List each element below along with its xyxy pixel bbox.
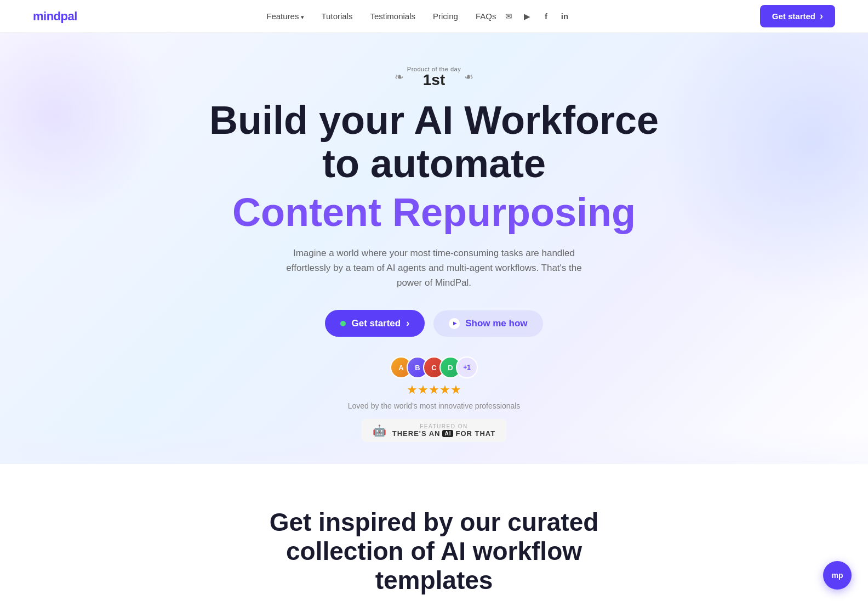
templates-section: Get inspired by our curated collection o… <box>0 464 868 606</box>
nav-item-testimonials[interactable]: Testimonials <box>370 12 415 21</box>
badge-rank: 1st <box>407 72 461 88</box>
nav-item-pricing[interactable]: Pricing <box>433 12 458 21</box>
nav-item-features[interactable]: Features <box>266 12 304 21</box>
featured-badge: 🤖 FEATURED ON THERE'S AN AI FOR THAT <box>362 419 506 442</box>
social-proof: A B C D +1 ★★★★★ Loved by the world's mo… <box>348 356 521 410</box>
social-icons: ✉ ▶ f in <box>502 10 570 22</box>
navbar: mindpal Features Tutorials Testimonials … <box>0 0 868 33</box>
ai-badge: AI <box>442 430 453 437</box>
dot-icon <box>340 321 346 326</box>
avatar-group: A B C D +1 <box>390 356 478 378</box>
linkedin-icon[interactable]: in <box>558 10 570 22</box>
featured-suffix: FOR THAT <box>455 429 495 438</box>
facebook-icon[interactable]: f <box>540 10 552 22</box>
featured-on-label: FEATURED ON <box>392 423 495 429</box>
nav-item-faqs[interactable]: FAQs <box>476 12 496 21</box>
brand-logo[interactable]: mindpal <box>33 9 77 24</box>
show-me-how-label: Show me how <box>465 318 527 329</box>
avatar-plus: +1 <box>456 356 478 378</box>
get-started-label: Get started <box>351 318 401 329</box>
hero-cta-group: Get started › ▶ Show me how <box>325 310 542 337</box>
product-badge: ❧ Product of the day 1st ❧ <box>395 66 473 88</box>
laurel-left-icon: ❧ <box>395 70 404 83</box>
featured-text: THERE'S AN <box>392 429 441 438</box>
arrow-icon: › <box>406 318 409 329</box>
nav-item-tutorials[interactable]: Tutorials <box>322 12 353 21</box>
email-icon[interactable]: ✉ <box>502 10 515 22</box>
robot-icon: 🤖 <box>373 424 387 437</box>
loved-label: Loved by the world's most innovative pro… <box>348 401 521 410</box>
nav-links: Features Tutorials Testimonials Pricing … <box>266 12 496 21</box>
get-started-button[interactable]: Get started › <box>325 310 425 337</box>
hero-title: Build your AI Workforce to automate <box>187 99 681 185</box>
chat-fab[interactable]: mp <box>823 561 852 590</box>
show-me-how-button[interactable]: ▶ Show me how <box>433 310 542 337</box>
hero-title-highlight: Content Repurposing <box>232 191 636 234</box>
play-icon: ▶ <box>449 318 460 329</box>
laurel-right-icon: ❧ <box>464 70 473 83</box>
nav-cta-button[interactable]: Get started <box>760 5 835 27</box>
star-rating: ★★★★★ <box>407 383 461 397</box>
templates-title: Get inspired by our curated collection o… <box>242 508 626 595</box>
youtube-icon[interactable]: ▶ <box>521 10 533 22</box>
hero-subtitle: Imagine a world where your most time-con… <box>281 246 587 291</box>
hero-section: ❧ Product of the day 1st ❧ Build your AI… <box>0 33 868 464</box>
